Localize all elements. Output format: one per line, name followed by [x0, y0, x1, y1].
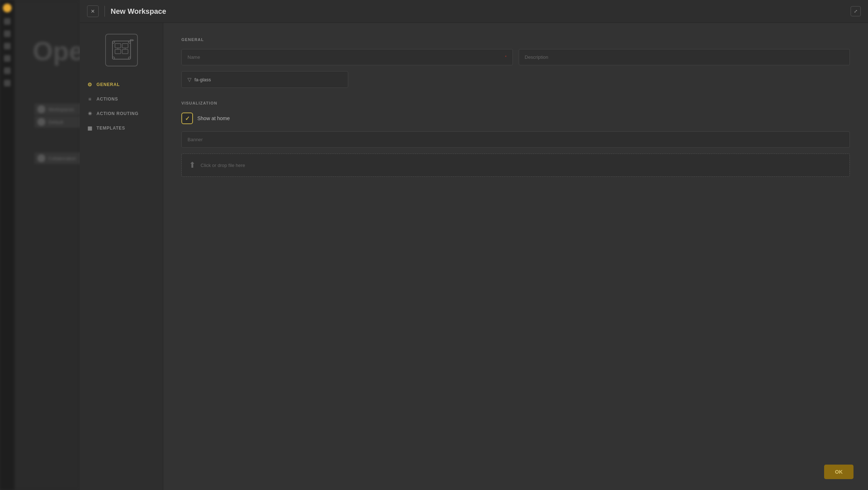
upload-icon: ⬆ [189, 160, 196, 170]
workspace-icon-box: ✏ [105, 34, 138, 66]
nav-item-templates[interactable]: ▦ Templates [80, 121, 163, 135]
background-item-label-1: Workspaces [48, 107, 74, 112]
close-icon: ✕ [91, 8, 95, 14]
workspace-icon-area: ✏ [80, 23, 163, 77]
svg-rect-2 [122, 44, 128, 48]
name-description-row: * [181, 49, 850, 65]
bg-nav-icon-6 [4, 80, 11, 86]
modal-left-panel: ✏ [80, 23, 163, 490]
background-content: Open Workspaces Default Collaboration [15, 0, 80, 490]
banner-field[interactable]: Banner [181, 131, 850, 148]
modal-title: New Workspace [111, 7, 166, 16]
description-field-wrapper [519, 49, 850, 65]
sidebar-icons [0, 0, 15, 490]
app-logo-dot [3, 4, 12, 12]
routing-icon: ✳ [87, 111, 93, 117]
bg-nav-icon-1 [4, 18, 11, 25]
background-avatar-1 [37, 105, 45, 113]
show-at-home-checkbox[interactable]: ✓ [181, 113, 193, 124]
header-divider [104, 6, 105, 17]
name-required-indicator: * [505, 55, 507, 59]
modal-header: ✕ New Workspace ⤢ [80, 0, 868, 23]
expand-icon: ⤢ [854, 9, 857, 14]
bg-nav-icon-5 [4, 68, 11, 74]
nav-item-actions-label: Actions [96, 97, 118, 102]
icon-field-wrapper[interactable]: ▽ fa-glass [181, 71, 348, 88]
modal-expand-button[interactable]: ⤢ [851, 6, 861, 16]
show-at-home-label: Show at home [197, 115, 230, 121]
templates-icon: ▦ [87, 125, 93, 131]
svg-rect-4 [122, 49, 128, 54]
modal-close-button[interactable]: ✕ [87, 5, 99, 17]
checkmark-icon: ✓ [185, 115, 190, 122]
general-section-label: General [181, 37, 850, 42]
background-avatar-2 [37, 118, 45, 126]
background-app: Open Workspaces Default Collaboration [0, 0, 80, 490]
nav-item-routing-label: Action Routing [96, 111, 139, 116]
modal-main-content: General * ▽ fa-glass [163, 23, 868, 490]
svg-rect-1 [115, 44, 121, 48]
filter-icon: ▽ [188, 77, 192, 82]
upload-label: Click or drop file here [201, 163, 245, 168]
nav-item-action-routing[interactable]: ✳ Action Routing [80, 106, 163, 121]
ok-button[interactable]: OK [824, 465, 853, 479]
description-input[interactable] [525, 54, 844, 60]
new-workspace-modal: ✕ New Workspace ⤢ ✏ [80, 0, 868, 490]
modal-nav: ⚙ General ≡ Actions ✳ Action Routing ▦ T… [80, 77, 163, 135]
background-item-label-3: Collaboration [48, 156, 76, 161]
nav-item-actions[interactable]: ≡ Actions [80, 92, 163, 106]
nav-item-general-label: General [96, 82, 120, 87]
background-item-label-2: Default [48, 119, 63, 125]
bg-nav-icon-2 [4, 30, 11, 37]
nav-item-templates-label: Templates [96, 126, 125, 131]
viz-section-label: Visualization [181, 101, 850, 105]
general-section: General * ▽ fa-glass [181, 37, 850, 88]
workspace-svg-icon [111, 39, 132, 61]
nav-item-general[interactable]: ⚙ General [80, 77, 163, 92]
banner-placeholder: Banner [188, 137, 203, 142]
icon-row: ▽ fa-glass [181, 71, 850, 88]
name-field-wrapper: * [181, 49, 513, 65]
file-upload-area[interactable]: ⬆ Click or drop file here [181, 154, 850, 177]
actions-icon: ≡ [87, 96, 93, 102]
svg-rect-3 [115, 49, 121, 54]
show-at-home-row: ✓ Show at home [181, 113, 850, 124]
header-right-actions: ⤢ [851, 6, 861, 16]
bg-nav-icon-3 [4, 43, 11, 49]
modal-body: ✏ [80, 23, 868, 490]
bg-nav-icon-4 [4, 55, 11, 62]
visualization-section: Visualization ✓ Show at home Banner ⬆ Cl… [181, 101, 850, 177]
gear-icon: ⚙ [87, 82, 93, 87]
background-avatar-3 [37, 154, 45, 162]
icon-value: fa-glass [194, 77, 211, 82]
name-input[interactable] [188, 54, 502, 60]
